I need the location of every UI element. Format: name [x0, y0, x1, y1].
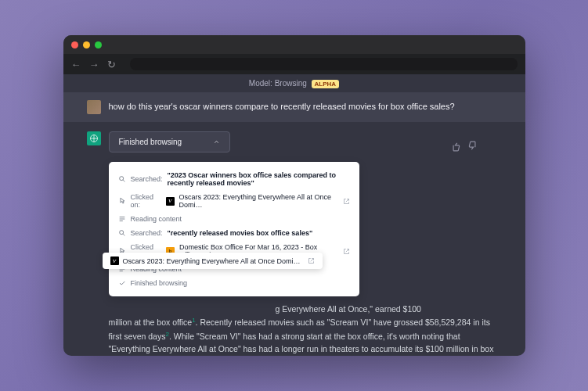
citation-2[interactable]: 2 — [165, 330, 168, 337]
external-link-icon — [343, 198, 350, 205]
assistant-row: Finished browsing Searched: "2023 Oscar … — [63, 122, 525, 356]
step-label: Finished browsing — [131, 279, 188, 287]
svg-point-2 — [119, 231, 123, 235]
step-row[interactable]: Clicked on:VOscars 2023: Everything Ever… — [109, 190, 359, 212]
step-query: "recently released movies box office sal… — [168, 229, 313, 237]
forward-icon[interactable]: → — [89, 59, 99, 70]
step-row: Finished browsing — [109, 276, 359, 290]
external-link-icon — [308, 257, 315, 264]
close-dot[interactable] — [71, 41, 78, 48]
step-row: Searched: "2023 Oscar winners box office… — [109, 168, 359, 190]
url-bar[interactable] — [130, 58, 518, 70]
user-avatar — [87, 100, 101, 114]
citation-1[interactable]: 1 — [192, 317, 195, 324]
browsing-dropdown[interactable]: Finished browsing — [109, 131, 231, 152]
assistant-content: Finished browsing Searched: "2023 Oscar … — [109, 131, 502, 356]
svg-point-1 — [119, 177, 123, 181]
assistant-response: g Everywhere All at Once," earned $100 m… — [109, 303, 502, 356]
thumbs-down-icon[interactable] — [467, 141, 478, 152]
browser-window: ← → ↻ Model: Browsing ALPHA how do this … — [63, 35, 525, 356]
minimize-dot[interactable] — [83, 41, 90, 48]
reload-icon[interactable]: ↻ — [107, 59, 116, 70]
response-line1: g Everywhere All at Once," earned $100 — [109, 303, 502, 316]
browsing-steps-panel: Searched: "2023 Oscar winners box office… — [109, 162, 359, 296]
site-favicon: V — [166, 197, 175, 206]
user-message-row: how do this year's oscar winners compare… — [63, 92, 525, 122]
page-content: Model: Browsing ALPHA how do this year's… — [63, 74, 525, 356]
assistant-avatar — [87, 131, 101, 145]
step-row: Searched: "recently released movies box … — [109, 226, 359, 240]
model-row: Model: Browsing ALPHA — [63, 74, 525, 92]
thumbs-up-icon[interactable] — [450, 141, 461, 152]
step-label: Searched: — [131, 229, 163, 237]
maximize-dot[interactable] — [95, 41, 102, 48]
step-label: Searched: — [131, 175, 163, 183]
back-icon[interactable]: ← — [71, 59, 81, 70]
step-link: Oscars 2023: Everything Everywhere All a… — [179, 193, 335, 209]
variety-favicon: V — [110, 256, 119, 265]
browser-toolbar: ← → ↻ — [63, 54, 525, 74]
step-label: Reading content — [131, 215, 182, 223]
step-query: "2023 Oscar winners box office sales com… — [168, 171, 350, 187]
external-link-icon — [343, 248, 350, 255]
response-rest: million at the box office1. Recently rel… — [109, 317, 494, 356]
chevron-up-icon — [213, 138, 220, 145]
user-message-text: how do this year's oscar winners compare… — [109, 100, 455, 113]
step-label: Clicked on: — [131, 193, 161, 209]
dropdown-label: Finished browsing — [119, 138, 182, 146]
citation-tooltip[interactable]: V Oscars 2023: Everything Everywhere All… — [103, 253, 323, 269]
step-row: Reading content — [109, 212, 359, 226]
tooltip-text: Oscars 2023: Everything Everywhere All a… — [123, 257, 301, 265]
alpha-badge: ALPHA — [312, 80, 340, 88]
titlebar — [63, 35, 525, 54]
model-label: Model: Browsing — [249, 79, 307, 88]
feedback-controls — [450, 141, 478, 152]
